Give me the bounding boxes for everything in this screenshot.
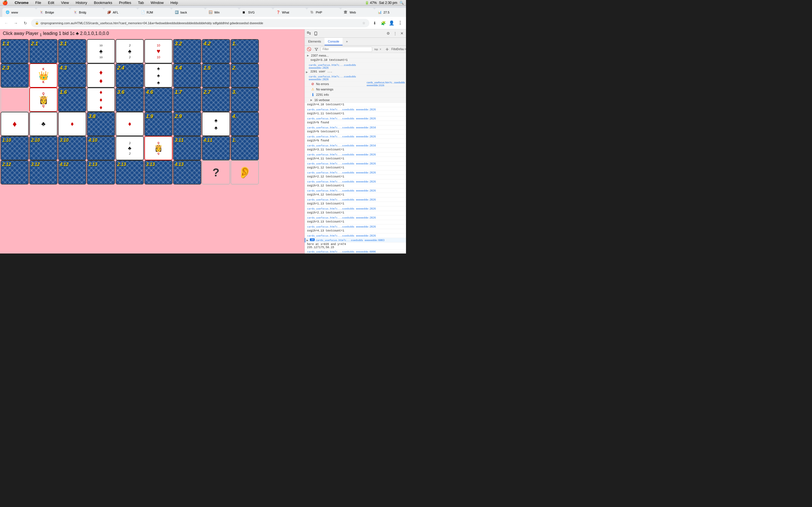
tab-bridge2[interactable]: 🃏 Bridg — [70, 8, 104, 17]
profile-icon[interactable]: 👤 — [388, 19, 395, 27]
more-icon[interactable]: ⋮ — [396, 19, 404, 27]
card-spade-2[interactable]: J♠J — [116, 39, 144, 63]
devtools-tab-console[interactable]: Console — [324, 38, 343, 45]
menu-bookmarks[interactable]: Bookmarks — [93, 1, 113, 5]
tab-win[interactable]: 🪟 Win — [205, 8, 239, 17]
devtools-device-icon[interactable] — [313, 31, 319, 37]
reload-button[interactable]: ↻ — [21, 19, 29, 27]
card-2-12[interactable]: 2.12 — [1, 160, 29, 184]
card-spade-4[interactable]: ♠♠ — [202, 112, 230, 136]
card-3-partial[interactable]: 3. — [231, 88, 259, 112]
card-1-6[interactable]: 1.6 — [58, 88, 86, 112]
card-1-10[interactable]: 1.10 — [1, 136, 29, 160]
card-1-partial[interactable]: 1. — [231, 39, 259, 63]
card-4-2[interactable]: 4.2 — [202, 39, 230, 63]
card-3-11[interactable]: 3.11 — [173, 136, 201, 160]
summary-no-warnings[interactable]: ⚠ No warnings — [305, 87, 406, 92]
card-2-13[interactable]: 2.13 — [116, 160, 144, 184]
card-4-10[interactable]: 4.10 — [87, 136, 115, 160]
tab-rjm[interactable]: 📄 RJM — [138, 8, 171, 17]
bookmark-icon[interactable]: ☆ — [362, 21, 365, 25]
card-3-13[interactable]: 3.13 — [144, 160, 172, 184]
console-filter-input[interactable] — [322, 48, 370, 51]
log-source-link-1[interactable]: cards_usefocus.htm?c...ssedsddseeeeedde:… — [309, 63, 357, 69]
card-2-9[interactable]: 2.9 — [173, 112, 201, 136]
card-diamond-5[interactable]: ♦ — [116, 112, 144, 136]
log-src-3-11-link[interactable]: cards_usefocus.htm?c...ssedsdds eeeeedde… — [307, 153, 377, 156]
console-settings-icon[interactable] — [384, 46, 390, 52]
forward-button[interactable]: → — [12, 19, 20, 27]
card-1-partial2[interactable]: 1. — [231, 136, 259, 160]
tab-bridge1[interactable]: 🃏 Bridge — [36, 8, 70, 17]
card-1-7[interactable]: 1.7 — [173, 88, 201, 112]
devtools-tab-more[interactable]: » — [343, 38, 351, 45]
summary-expand-arrow[interactable]: ▶ — [307, 54, 310, 57]
log-src-1-11-link[interactable]: cards_usefocus.htm?c...ssedsdds eeeeedde… — [307, 117, 377, 120]
card-diamond-1[interactable]: ♦♦ — [87, 63, 115, 88]
card-2-10[interactable]: 2.10 — [29, 136, 57, 160]
card-4-11[interactable]: 4.11 — [202, 136, 230, 160]
console-clear-icon[interactable]: 🚫 — [306, 46, 312, 52]
log-badge-expand[interactable]: ▶ — [306, 238, 310, 242]
log-source-link-2[interactable]: cards_usefocus.htm?c...ssedsddseeeeedde:… — [309, 75, 357, 81]
log-src-2-12-link[interactable]: cards_usefocus.htm?c...ssedsdds eeeeedde… — [307, 180, 377, 183]
card-3-1[interactable]: 3.1 — [58, 39, 86, 63]
summary-no-errors[interactable]: ⊘ No errors cards_usefocus.htm?c...sseds… — [305, 81, 406, 87]
card-king-heart[interactable]: K👑K — [29, 63, 57, 88]
back-button[interactable]: ← — [2, 19, 10, 27]
tab-what[interactable]: ❓ What — [273, 8, 307, 17]
menu-file[interactable]: File — [34, 1, 42, 5]
devtools-tab-elements[interactable]: Elements — [305, 38, 324, 45]
devtools-close-icon[interactable]: ✕ — [399, 31, 405, 37]
menu-tab[interactable]: Tab — [137, 1, 145, 5]
devtools-inspect-icon[interactable] — [306, 31, 312, 37]
log-src-4-12-link[interactable]: cards_usefocus.htm?c...ssedsdds eeeeedde… — [307, 198, 377, 201]
summary-info-count[interactable]: ℹ 2291 info — [305, 92, 406, 98]
tab-php[interactable]: 🐘 PHP — [307, 8, 341, 17]
tab-www[interactable]: 🌐 www — [2, 8, 36, 17]
card-2-1[interactable]: 2.1 — [29, 39, 57, 63]
menu-history[interactable]: History — [74, 1, 88, 5]
card-4-3[interactable]: 4.3 — [58, 63, 86, 88]
menu-profiles[interactable]: Profiles — [118, 1, 132, 5]
card-1-5[interactable]: 1.5 — [202, 63, 230, 88]
log-expand-1[interactable] — [306, 59, 309, 59]
card-diamond-3[interactable]: ♦ — [1, 112, 29, 136]
log-src-pct-count-link[interactable]: cards_usefocus.htm?c...ssedsdds eeeeedde… — [307, 135, 377, 138]
tab-afl[interactable]: 🏈 AFL — [104, 8, 138, 17]
devtools-more-icon[interactable]: ⋮ — [392, 31, 398, 37]
card-queen-2[interactable]: Q👸Q — [144, 136, 172, 160]
log-src-4-13-link[interactable]: cards_usefocus.htm?c...ssedsdds eeeeedde… — [307, 234, 377, 237]
devtools-settings-icon[interactable]: ⚙ — [385, 31, 391, 37]
log-src-4-10-link[interactable]: cards_usefocus.htm?c...ssedsdds eeeeedde… — [307, 108, 377, 111]
menu-window[interactable]: Window — [149, 1, 165, 5]
menu-help[interactable]: Help — [169, 1, 179, 5]
menu-chrome[interactable]: Chrome — [13, 1, 30, 5]
log-src-pct-1-link[interactable]: cards_usefocus.htm?c...ssedsdds eeeeedde… — [307, 126, 377, 129]
log-src-2-13-link[interactable]: cards_usefocus.htm?c...ssedsdds eeeeedde… — [307, 216, 377, 219]
log-src-3-13-link[interactable]: cards_usefocus.htm?c...ssedsdds eeeeedde… — [307, 225, 377, 228]
card-2-partial[interactable]: 2. — [231, 63, 259, 88]
console-filter-icon[interactable] — [313, 46, 319, 52]
extensions-icon[interactable]: 🧩 — [379, 19, 387, 27]
log-src-1-12-link[interactable]: cards_usefocus.htm?c...ssedsdds eeeeedde… — [307, 171, 377, 174]
tab-back[interactable]: ⬅️ back — [171, 8, 205, 17]
log-badge-source[interactable]: cards_usefocus.htm?c...ssedsdds eeeeedde… — [316, 238, 386, 242]
card-spade-clubs[interactable]: J♣J — [116, 136, 144, 160]
console-levels-selector[interactable]: top ▼ — [373, 48, 383, 51]
console-log-area[interactable]: ▶ 2307 mess... svgih=3.10 textcount=1 ca… — [305, 53, 406, 253]
menu-view[interactable]: View — [60, 1, 70, 5]
card-4-12[interactable]: 4.12 — [58, 160, 86, 184]
card-1-13[interactable]: 1.13 — [87, 160, 115, 184]
card-heart-1[interactable]: 10♥10 — [144, 39, 172, 63]
log-expand-2[interactable]: ▶ — [306, 70, 309, 73]
card-3-6[interactable]: 3.6 — [116, 88, 144, 112]
card-3-10[interactable]: 3.10 — [58, 136, 86, 160]
card-2-7[interactable]: 2.7 — [202, 88, 230, 112]
tab-svg[interactable]: ◼ SVG — [239, 8, 273, 17]
tab-web[interactable]: 🕸 Web — [341, 8, 374, 17]
card-question[interactable]: ? — [202, 160, 230, 184]
summary-message-count[interactable]: ▶ 2307 mess... — [305, 53, 406, 58]
card-2-4[interactable]: 2.4 — [116, 63, 144, 88]
card-ear[interactable]: 👂 — [231, 160, 259, 184]
